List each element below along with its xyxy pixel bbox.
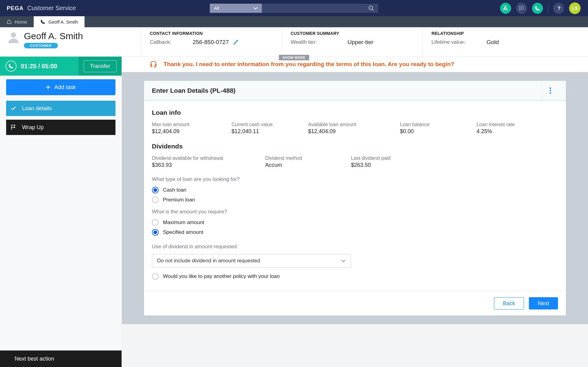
svg-point-5 [11, 32, 16, 38]
radio-dot-icon [152, 219, 159, 226]
radio-specified-amount[interactable]: Specified amount [152, 229, 558, 236]
task-loan-label: Loan details [22, 105, 52, 112]
div-method-label: Dividend method [265, 155, 351, 161]
edit-callback-button[interactable] [233, 39, 239, 45]
radio-cash-loan[interactable]: Cash loan [152, 187, 558, 193]
chat-icon [518, 5, 525, 11]
divider [548, 4, 548, 13]
next-best-action-bar[interactable]: Next best action [0, 350, 122, 367]
rate-value: 4.25% [477, 128, 544, 135]
div-method-value: Accum [265, 162, 351, 168]
radio-premium-label: Premium loan [163, 197, 195, 203]
person-icon [7, 31, 20, 43]
user-avatar[interactable]: LS [569, 2, 581, 14]
svg-point-8 [549, 92, 551, 94]
svg-text:?: ? [557, 6, 560, 11]
div-avail-value: $363.93 [152, 162, 265, 168]
avail-loan-label: Available loan amount [308, 122, 400, 127]
contact-heading: CONTACT INFORMATION [150, 31, 282, 36]
dividend-use-question: Use of dividend in amount requested [152, 244, 558, 250]
messages-button[interactable] [516, 3, 527, 14]
question-icon: ? [557, 6, 560, 11]
cash-value-value: $12,040.11 [232, 128, 308, 135]
summary-heading: CUSTOMER SUMMARY [291, 31, 423, 36]
headset-icon [149, 60, 157, 68]
chevron-down-icon [341, 259, 346, 262]
balance-value: $0.00 [400, 128, 477, 135]
wealth-label: Wealth tier: [291, 39, 317, 45]
tab-home[interactable]: Home [0, 16, 34, 27]
card-actions-menu[interactable] [542, 81, 558, 100]
flag-icon [10, 124, 17, 130]
recycle-button[interactable] [500, 3, 511, 14]
wealth-value: Upper-tier [348, 39, 373, 46]
radio-spec-label: Specified amount [163, 229, 203, 235]
radio-dot-icon [152, 229, 159, 236]
call-button[interactable] [532, 3, 543, 14]
phone-icon [8, 63, 14, 69]
task-loan-details[interactable]: Loan details [6, 101, 115, 116]
script-text: Thank you. I need to enter information f… [164, 61, 454, 68]
dividend-use-value: Do not include dividend in amount reques… [157, 258, 260, 264]
radio-dot-icon [152, 197, 159, 203]
pencil-icon [233, 39, 239, 45]
relationship-heading: RELATIONSHIP [432, 31, 551, 36]
rate-label: Loan interest rate [477, 122, 544, 127]
customer-name: Geoff A. Smith [24, 31, 83, 41]
search-icon[interactable] [368, 6, 374, 11]
radio-max-amount[interactable]: Maximum amount [152, 219, 558, 226]
svg-point-0 [369, 6, 373, 9]
global-search[interactable]: All [210, 4, 378, 13]
task-wrap-label: Wrap Up [22, 124, 44, 131]
show-more-button[interactable]: SHOW MORE [279, 55, 309, 60]
add-task-label: Add task [54, 84, 76, 91]
max-loan-label: Max loan amount [152, 122, 232, 127]
div-avail-label: Dividend available for withdrawal [152, 155, 265, 161]
svg-point-6 [549, 87, 551, 89]
check-pay-other-label: Would you like to pay another policy wit… [163, 273, 280, 279]
transfer-button[interactable]: Transfer [84, 60, 117, 72]
next-button[interactable]: Next [529, 297, 558, 309]
loan-info-heading: Loan info [152, 109, 558, 116]
brand-title: Customer Service [27, 5, 76, 12]
call-timer-icon [6, 61, 17, 72]
back-button[interactable]: Back [494, 297, 524, 309]
dividend-use-select[interactable]: Do not include dividend in amount reques… [152, 254, 351, 268]
search-filter-value: All [214, 6, 219, 11]
svg-point-7 [549, 90, 551, 91]
div-last-label: Last dividend paid [351, 155, 431, 161]
ltv-value: Gold [487, 39, 499, 46]
ltv-label: Lifetime value: [432, 39, 465, 45]
check-pay-other-policy[interactable]: Would you like to pay another policy wit… [152, 273, 558, 280]
max-loan-value: $12,404.09 [152, 128, 232, 135]
radio-cash-label: Cash loan [163, 187, 187, 193]
checkbox-icon [152, 273, 159, 280]
phone-small-icon [40, 19, 45, 24]
cash-value-label: Current cash value [232, 122, 308, 127]
dividends-heading: Dividends [152, 143, 558, 150]
callback-value: 256-850-0727 [193, 39, 229, 46]
avail-loan-value: $12,404.09 [308, 128, 400, 135]
kebab-icon [549, 87, 551, 94]
recycle-icon [503, 5, 509, 11]
add-task-button[interactable]: Add task [6, 79, 115, 95]
radio-dot-icon [152, 187, 159, 193]
div-last-value: $263.50 [351, 162, 431, 168]
svg-line-1 [372, 9, 374, 11]
help-button[interactable]: ? [553, 3, 564, 14]
task-wrap-up[interactable]: Wrap Up [6, 120, 115, 135]
tab-customer[interactable]: Geoff A. Smith [34, 16, 85, 27]
plus-icon [46, 85, 51, 90]
customer-badge: CUSTOMER [24, 43, 58, 48]
loan-type-question: What type of loan are you looking for? [152, 176, 558, 182]
tab-home-label: Home [15, 19, 27, 24]
search-input[interactable] [262, 4, 378, 13]
home-icon [7, 19, 12, 24]
script-suggestion: Thank you. I need to enter information f… [122, 57, 588, 72]
check-icon [10, 105, 17, 111]
search-filter-dropdown[interactable]: All [210, 4, 262, 13]
radio-premium-loan[interactable]: Premium loan [152, 197, 558, 203]
radio-max-label: Maximum amount [163, 219, 204, 226]
phone-icon [535, 6, 540, 11]
chevron-down-icon [253, 7, 258, 9]
